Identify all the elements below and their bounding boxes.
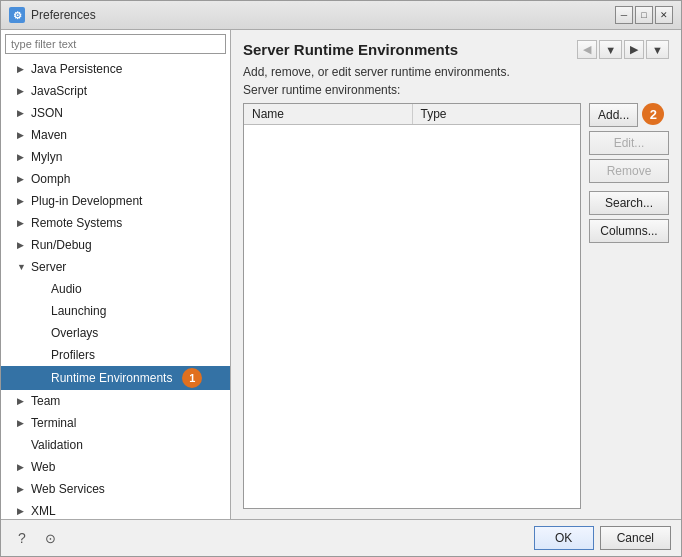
table-body [244,125,580,508]
tree-arrow-xml: ▶ [17,502,27,519]
tree-item-server-audio[interactable]: Audio [1,278,230,300]
tree-label-javascript: JavaScript [31,82,87,100]
tree-arrow-mylyn: ▶ [17,148,27,166]
main-content: ▶Java Persistence▶JavaScript▶JSON▶Maven▶… [1,30,681,519]
info-icon: ⊙ [45,531,56,546]
tree-label-plugin-development: Plug-in Development [31,192,142,210]
tree-arrow-plugin-development: ▶ [17,192,27,210]
tree-item-team[interactable]: ▶Team [1,390,230,412]
tree-item-web[interactable]: ▶Web [1,456,230,478]
tree-item-remote-systems[interactable]: ▶Remote Systems [1,212,230,234]
tree-label-server: Server [31,258,66,276]
badge-2: 2 [642,103,664,125]
remove-button[interactable]: Remove [589,159,669,183]
tree-item-java-persistence[interactable]: ▶Java Persistence [1,58,230,80]
help-icon: ? [18,530,26,546]
tree-item-server-runtime[interactable]: Runtime Environments1 [1,366,230,390]
tree-label-team: Team [31,392,60,410]
tree-label-xml: XML [31,502,56,519]
bottom-right-buttons: OK Cancel [534,526,671,550]
tree-arrow-team: ▶ [17,392,27,410]
tree-item-server-launching[interactable]: Launching [1,300,230,322]
add-btn-wrapper: Add... 2 [589,103,669,127]
nav-buttons: ◀ ▼ ▶ ▼ [577,40,669,59]
bottom-bar: ? ⊙ OK Cancel [1,519,681,556]
tree-item-server-profilers[interactable]: Profilers [1,344,230,366]
tree-item-run-debug[interactable]: ▶Run/Debug [1,234,230,256]
maximize-button[interactable]: □ [635,6,653,24]
title-bar-left: ⚙ Preferences [9,7,96,23]
right-panel: Server Runtime Environments ◀ ▼ ▶ ▼ Add,… [231,30,681,519]
tree-arrow-web: ▶ [17,458,27,476]
tree-label-web-services: Web Services [31,480,105,498]
tree-item-terminal[interactable]: ▶Terminal [1,412,230,434]
tree-arrow-server: ▼ [17,258,27,276]
title-bar: ⚙ Preferences ─ □ ✕ [1,1,681,30]
filter-input[interactable] [5,34,226,54]
tree-label-remote-systems: Remote Systems [31,214,122,232]
name-column-header: Name [244,104,413,124]
panel-sublabel: Server runtime environments: [243,83,669,97]
tree-label-oomph: Oomph [31,170,70,188]
tree-arrow-json: ▶ [17,104,27,122]
panel-header: Server Runtime Environments ◀ ▼ ▶ ▼ [243,40,669,59]
tree-label-validation: Validation [31,436,83,454]
tree-item-server-overlays[interactable]: Overlays [1,322,230,344]
add-button[interactable]: Add... [589,103,638,127]
tree-container: ▶Java Persistence▶JavaScript▶JSON▶Maven▶… [1,58,230,519]
tree-arrow-run-debug: ▶ [17,236,27,254]
tree-label-run-debug: Run/Debug [31,236,92,254]
info-button[interactable]: ⊙ [39,527,61,549]
tree-label-server-launching: Launching [51,302,106,320]
panel-title: Server Runtime Environments [243,41,458,58]
runtime-table: Name Type [243,103,581,509]
left-panel: ▶Java Persistence▶JavaScript▶JSON▶Maven▶… [1,30,231,519]
tree-label-server-audio: Audio [51,280,82,298]
minimize-button[interactable]: ─ [615,6,633,24]
tree-arrow-oomph: ▶ [17,170,27,188]
tree-label-terminal: Terminal [31,414,76,432]
action-buttons: Add... 2 Edit... Remove Search... Column… [589,103,669,509]
tree-arrow-terminal: ▶ [17,414,27,432]
window-icon: ⚙ [9,7,25,23]
columns-button[interactable]: Columns... [589,219,669,243]
tree-label-mylyn: Mylyn [31,148,62,166]
tree-item-validation[interactable]: Validation [1,434,230,456]
bottom-left-icons: ? ⊙ [11,527,61,549]
window-title: Preferences [31,8,96,22]
type-column-header: Type [413,104,581,124]
tree-item-maven[interactable]: ▶Maven [1,124,230,146]
tree-item-javascript[interactable]: ▶JavaScript [1,80,230,102]
tree-item-web-services[interactable]: ▶Web Services [1,478,230,500]
tree-arrow-javascript: ▶ [17,82,27,100]
tree-item-mylyn[interactable]: ▶Mylyn [1,146,230,168]
tree-item-oomph[interactable]: ▶Oomph [1,168,230,190]
badge-1: 1 [182,368,202,388]
search-button[interactable]: Search... [589,191,669,215]
forward-button[interactable]: ▶ [624,40,644,59]
table-header: Name Type [244,104,580,125]
tree-arrow-web-services: ▶ [17,480,27,498]
tree-arrow-java-persistence: ▶ [17,60,27,78]
panel-body: Name Type Add... 2 Edit... Remove Search… [243,103,669,509]
edit-button[interactable]: Edit... [589,131,669,155]
close-button[interactable]: ✕ [655,6,673,24]
forward-dropdown-button[interactable]: ▼ [646,40,669,59]
tree-label-server-runtime: Runtime Environments [51,369,172,387]
title-bar-controls: ─ □ ✕ [615,6,673,24]
nav-dropdown-button[interactable]: ▼ [599,40,622,59]
panel-description: Add, remove, or edit server runtime envi… [243,65,669,79]
tree-label-json: JSON [31,104,63,122]
tree-item-plugin-development[interactable]: ▶Plug-in Development [1,190,230,212]
help-button[interactable]: ? [11,527,33,549]
tree-item-json[interactable]: ▶JSON [1,102,230,124]
tree-item-xml[interactable]: ▶XML [1,500,230,519]
ok-button[interactable]: OK [534,526,594,550]
cancel-button[interactable]: Cancel [600,526,671,550]
tree-arrow-remote-systems: ▶ [17,214,27,232]
back-button[interactable]: ◀ [577,40,597,59]
tree-label-maven: Maven [31,126,67,144]
tree-item-server[interactable]: ▼Server [1,256,230,278]
tree-label-java-persistence: Java Persistence [31,60,122,78]
tree-label-server-profilers: Profilers [51,346,95,364]
